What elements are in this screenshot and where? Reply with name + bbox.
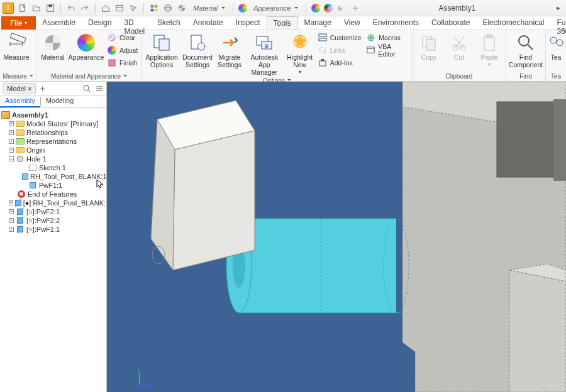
undo-icon[interactable]: [66, 3, 76, 13]
subtab-modeling[interactable]: Modeling: [41, 95, 79, 107]
color-wheel-icon[interactable]: [311, 4, 320, 13]
clear-button[interactable]: Clear: [106, 31, 139, 44]
sphere-icon[interactable]: [163, 3, 173, 13]
tree-origin[interactable]: +Origin: [1, 146, 105, 155]
plus-icon[interactable]: [350, 3, 360, 13]
tab-environments[interactable]: Environments: [367, 16, 425, 30]
tree-model-states[interactable]: +Model States: [Primary]: [1, 119, 105, 128]
highlight-icon: [290, 33, 310, 53]
svg-text:⊕: ⊕: [264, 43, 269, 49]
redo-icon[interactable]: [80, 3, 90, 13]
finish-button[interactable]: Finish: [106, 57, 139, 69]
tree-hole1[interactable]: –Hole 1: [1, 155, 105, 163]
svg-rect-30: [321, 59, 324, 61]
svg-rect-0: [20, 4, 25, 11]
tab-fusion360[interactable]: Fusion 360: [550, 16, 566, 30]
new-icon[interactable]: [18, 3, 28, 13]
group-label-clipboard: Clipboard: [446, 73, 473, 80]
find-component-button[interactable]: Find Component: [509, 31, 543, 70]
tab-annotate[interactable]: Annotate: [187, 16, 230, 30]
browser-search-icon[interactable]: [82, 84, 91, 93]
material-checker-icon[interactable]: [177, 3, 187, 13]
chevron-right-icon[interactable]: ▸: [553, 3, 563, 13]
migrate-icon: [219, 33, 240, 53]
svg-point-22: [197, 43, 205, 50]
svg-point-44: [84, 85, 89, 90]
material-button[interactable]: Material: [39, 31, 67, 62]
browser-tab-model[interactable]: Model ×: [3, 83, 36, 94]
color-wheel2-icon[interactable]: [324, 4, 333, 13]
addins-button[interactable]: Add-Ins: [316, 57, 363, 69]
tab-design[interactable]: Design: [82, 16, 118, 30]
model-tree: Assembly1 +Model States: [Primary] +Rela…: [0, 108, 106, 392]
migrate-settings-button[interactable]: Migrate Settings: [216, 31, 243, 70]
tree-comp-p11[interactable]: +[○]:PwF1:1: [1, 225, 105, 234]
svg-rect-35: [426, 39, 435, 50]
app-manager-button[interactable]: ⊕ Autodesk App Manager: [245, 31, 284, 77]
open-icon[interactable]: [31, 3, 42, 13]
tree-pwf11-sub[interactable]: PwF1:1: [1, 181, 105, 190]
adjust-button[interactable]: Adjust: [106, 44, 139, 57]
vba-editor-button[interactable]: VBA Editor: [365, 44, 409, 57]
group-clipboard: Copy Cut Paste▾ Clipboard: [413, 30, 506, 81]
appearance-button[interactable]: Appearance: [69, 31, 103, 62]
subtab-assembly[interactable]: Assembly: [0, 95, 40, 107]
tree-representations[interactable]: +Representations: [1, 137, 105, 146]
application-options-button[interactable]: Application Options: [145, 31, 179, 70]
svg-point-42: [550, 37, 557, 43]
app-manager-icon: ⊕: [254, 33, 274, 53]
finish-icon: [107, 58, 117, 68]
tab-manage[interactable]: Manage: [298, 16, 338, 30]
tree-comp-rh[interactable]: +[●]:RH_Tool_Post_BLANK:1: [1, 199, 105, 207]
close-icon[interactable]: ×: [28, 85, 31, 92]
file-tab[interactable]: File▾: [1, 16, 36, 30]
tree-comp-p21[interactable]: +[○]:PwF2:1: [1, 207, 105, 216]
customize-button[interactable]: Customize: [316, 31, 363, 44]
ruler-icon: [6, 33, 26, 53]
tree-sketch1[interactable]: Sketch 1: [1, 163, 105, 172]
group-options: Application Options Document Settings Mi…: [142, 30, 413, 81]
tab-assemble[interactable]: Assemble: [36, 16, 82, 30]
material-combo[interactable]: Material: [191, 4, 228, 13]
group-material-appearance: Material Appearance Clear Adjust Finish …: [36, 30, 142, 81]
svg-line-69: [140, 384, 151, 387]
svg-point-9: [165, 4, 172, 11]
svg-point-40: [519, 36, 529, 46]
app-options-icon: [152, 33, 172, 53]
workspace: Model × + Assembly Modeling Assembly1 +M…: [0, 82, 566, 392]
properties-icon[interactable]: [114, 3, 125, 13]
tree-comp-p22[interactable]: +[○]:PwF2:2: [1, 216, 105, 225]
tab-3d-model[interactable]: 3D Model: [118, 16, 151, 30]
save-icon[interactable]: [45, 3, 55, 13]
measure-button[interactable]: Measure: [3, 31, 30, 62]
team-button[interactable]: Tea: [548, 31, 563, 62]
tab-view[interactable]: View: [338, 16, 367, 30]
select-icon[interactable]: [128, 3, 138, 13]
tab-collaborate[interactable]: Collaborate: [425, 16, 476, 30]
color-picker-icon[interactable]: [149, 3, 159, 13]
tab-electromechanical[interactable]: Electromechanical: [476, 16, 550, 30]
vba-icon: [366, 45, 375, 55]
adjust-icon: [107, 45, 117, 55]
tree-root[interactable]: Assembly1: [1, 111, 105, 119]
copy-icon: [419, 33, 439, 53]
highlight-new-button[interactable]: Highlight New▾: [286, 31, 314, 76]
tree-eof[interactable]: ✖End of Features: [1, 190, 105, 199]
browser-menu-icon[interactable]: [95, 84, 104, 93]
tree-relationships[interactable]: +Relationships: [1, 128, 105, 137]
browser-add-tab[interactable]: +: [40, 84, 45, 94]
document-settings-button[interactable]: Document Settings: [181, 31, 214, 70]
fx-icon[interactable]: fx: [336, 3, 347, 13]
clear-icon: [107, 33, 117, 43]
home-icon[interactable]: [101, 3, 111, 13]
team-icon: [548, 33, 563, 53]
tab-inspect[interactable]: Inspect: [230, 16, 267, 30]
viewport-3d[interactable]: Y Z: [107, 82, 566, 392]
tab-tools[interactable]: Tools: [267, 16, 298, 30]
appearance-color-icon[interactable]: [238, 4, 247, 13]
svg-rect-28: [319, 38, 326, 41]
appearance-combo[interactable]: Appearance: [251, 4, 301, 13]
tree-rh-tool[interactable]: RH_Tool_Post_BLANK:1: [1, 172, 105, 181]
tab-sketch[interactable]: Sketch: [151, 16, 187, 30]
macros-button[interactable]: Macros: [365, 31, 409, 44]
